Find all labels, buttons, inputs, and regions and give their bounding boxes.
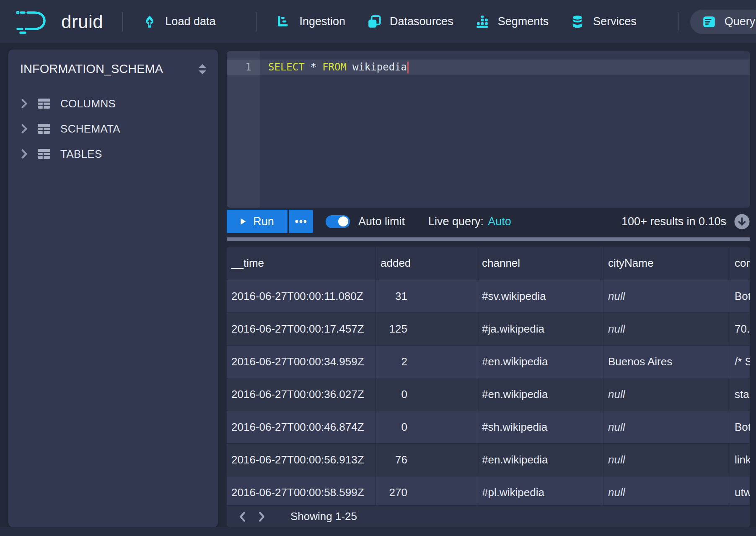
next-page-button[interactable] (252, 507, 271, 526)
sql-editor[interactable]: 1 SELECT*FROMwikipedia (227, 51, 750, 208)
cell-channel[interactable]: #en.wikipedia (477, 346, 603, 378)
cell-cityName[interactable]: null (603, 313, 730, 345)
druid-logo[interactable]: druid (15, 8, 103, 36)
cell-__time[interactable]: 2016-06-27T00:00:56.913Z (227, 444, 376, 476)
nav-item-label: Query (725, 15, 756, 28)
nav-divider (678, 12, 678, 31)
tree-item-label: COLUMNS (60, 97, 116, 110)
run-button[interactable]: Run (227, 210, 287, 233)
cell-comment[interactable]: /* S (730, 346, 750, 378)
cell-comment[interactable]: link (730, 444, 750, 476)
tree-item-tables[interactable]: TABLES (8, 141, 218, 167)
cell-added[interactable]: 31 (376, 280, 477, 312)
live-query-value[interactable]: Auto (488, 215, 511, 228)
cell-added[interactable]: 76 (376, 444, 477, 476)
column-header-comment[interactable]: comment (730, 247, 750, 280)
sql-keyword: FROM (322, 61, 347, 73)
cell-comment[interactable]: utw (730, 476, 750, 509)
datasources-icon (367, 15, 381, 29)
query-icon (702, 15, 716, 29)
schema-tree: COLUMNS SCHEMATA TABLES (8, 91, 218, 167)
cell-added[interactable]: 0 (376, 411, 477, 443)
druid-logo-icon (15, 8, 54, 36)
chevron-right-icon[interactable] (21, 99, 28, 109)
cell-channel[interactable]: #sh.wikipedia (477, 411, 603, 443)
table-icon (37, 148, 51, 160)
chevron-right-icon[interactable] (21, 149, 28, 159)
column-header-channel[interactable]: channel (477, 247, 603, 280)
schema-selector[interactable]: INFORMATION_SCHEMA (8, 49, 218, 80)
cell-channel[interactable]: #ja.wikipedia (477, 313, 603, 345)
cell-comment[interactable]: Bot (730, 411, 750, 443)
cell-comment[interactable]: Bot (730, 280, 750, 312)
cell-cityName[interactable]: null (603, 476, 730, 509)
nav-divider (256, 12, 257, 31)
tree-item-columns[interactable]: COLUMNS (8, 91, 218, 116)
table-row: 2016-06-27T00:00:17.457Z125#ja.wikipedia… (227, 312, 750, 345)
double-caret-icon[interactable] (198, 63, 207, 75)
cell-added[interactable]: 0 (376, 378, 477, 411)
tree-item-schemata[interactable]: SCHEMATA (8, 116, 218, 141)
cell-cityName[interactable]: Buenos Aires (603, 346, 730, 378)
nav-item-label: Load data (165, 15, 215, 28)
prev-page-button[interactable] (233, 507, 252, 526)
table-row: 2016-06-27T00:00:34.959Z2#en.wikipediaBu… (227, 345, 750, 378)
nav-item-load-data[interactable]: Load data (142, 15, 215, 29)
column-header-cityName[interactable]: cityName (603, 247, 730, 280)
results-table: __timeaddedchannelcityNamecomment2016-06… (227, 247, 750, 509)
table-row: 2016-06-27T00:00:36.027Z0#en.wikipedianu… (227, 378, 750, 411)
schema-panel: INFORMATION_SCHEMA COLUMNS (8, 49, 218, 527)
cell-channel[interactable]: #en.wikipedia (477, 444, 603, 476)
nav-item-datasources[interactable]: Datasources (367, 15, 453, 29)
chevron-right-icon[interactable] (21, 124, 28, 134)
auto-limit-toggle[interactable] (326, 215, 350, 228)
sql-text[interactable]: SELECT*FROMwikipedia (260, 60, 750, 75)
cell-cityName[interactable]: null (603, 411, 730, 443)
cell-__time[interactable]: 2016-06-27T00:00:17.457Z (227, 313, 376, 345)
cell-cityName[interactable]: null (603, 378, 730, 411)
druid-console: druid Load data Ingestion Datasources (0, 0, 756, 536)
sql-table-name: wikipedia (352, 61, 407, 73)
cell-cityName[interactable]: null (603, 280, 730, 312)
column-header-__time[interactable]: __time (227, 247, 376, 280)
nav-item-query[interactable]: Query (690, 10, 756, 34)
cell-__time[interactable]: 2016-06-27T00:00:46.874Z (227, 411, 376, 443)
table-icon (37, 122, 51, 135)
tree-item-label: TABLES (60, 148, 102, 161)
nav-divider (122, 12, 123, 31)
segments-icon (475, 15, 489, 29)
cell-cityName[interactable]: null (603, 444, 730, 476)
run-button-label: Run (253, 215, 274, 228)
logo-text: druid (61, 11, 103, 32)
cell-comment[interactable]: sta (730, 378, 750, 411)
column-header-added[interactable]: added (376, 247, 477, 280)
nav-item-ingestion[interactable]: Ingestion (277, 15, 345, 29)
pagination-bar: Showing 1-25 (227, 505, 750, 527)
schema-title: INFORMATION_SCHEMA (20, 62, 163, 76)
cell-comment[interactable]: 70. (730, 313, 750, 345)
nav-item-services[interactable]: Services (570, 15, 637, 29)
cell-__time[interactable]: 2016-06-27T00:00:34.959Z (227, 346, 376, 378)
nav-item-label: Segments (498, 15, 549, 28)
run-more-button[interactable] (289, 210, 313, 233)
cell-__time[interactable]: 2016-06-27T00:00:11.080Z (227, 280, 376, 312)
cell-added[interactable]: 270 (376, 476, 477, 509)
pane-resize-handle[interactable] (227, 237, 750, 241)
cell-added[interactable]: 125 (376, 313, 477, 345)
sql-star: * (311, 61, 316, 73)
cell-added[interactable]: 2 (376, 346, 477, 378)
cell-__time[interactable]: 2016-06-27T00:00:58.599Z (227, 476, 376, 509)
tree-item-label: SCHEMATA (60, 122, 120, 135)
editor-active-line[interactable]: 1 SELECT*FROMwikipedia (227, 60, 750, 75)
cell-channel[interactable]: #en.wikipedia (477, 378, 603, 411)
download-button[interactable] (734, 213, 750, 230)
line-number: 1 (227, 60, 260, 75)
cell-channel[interactable]: #pl.wikipedia (477, 476, 603, 509)
run-bar: Run Auto limit Live query: Auto 100+ res… (227, 210, 750, 233)
nav-item-segments[interactable]: Segments (475, 15, 549, 29)
cell-__time[interactable]: 2016-06-27T00:00:36.027Z (227, 378, 376, 411)
table-row: 2016-06-27T00:00:58.599Z270#pl.wikipedia… (227, 476, 750, 509)
results-panel: __timeaddedchannelcityNamecomment2016-06… (227, 247, 750, 527)
cell-channel[interactable]: #sv.wikipedia (477, 280, 603, 312)
ingestion-icon (277, 15, 291, 29)
